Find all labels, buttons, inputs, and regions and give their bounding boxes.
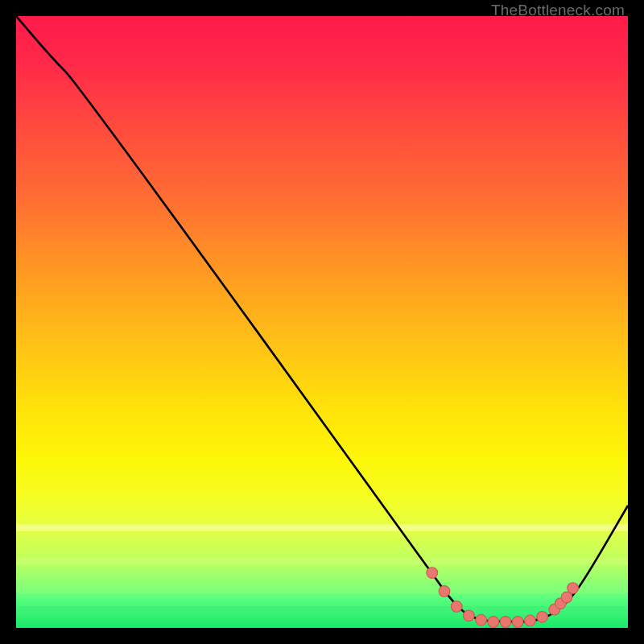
curve-marker	[568, 583, 579, 594]
curve-marker	[525, 615, 536, 626]
chart-frame: TheBottleneck.com	[0, 0, 644, 644]
plot-area	[16, 16, 628, 628]
curve-marker	[537, 611, 548, 622]
curve-marker	[451, 601, 462, 613]
curve-marker	[464, 610, 475, 621]
curve-marker	[512, 617, 523, 628]
curve-marker	[439, 586, 450, 597]
curve-svg	[16, 16, 628, 628]
bottleneck-curve	[16, 16, 628, 621]
curve-marker	[500, 617, 511, 628]
curve-marker	[488, 617, 499, 628]
curve-marker	[476, 614, 487, 625]
curve-marker	[427, 568, 438, 579]
